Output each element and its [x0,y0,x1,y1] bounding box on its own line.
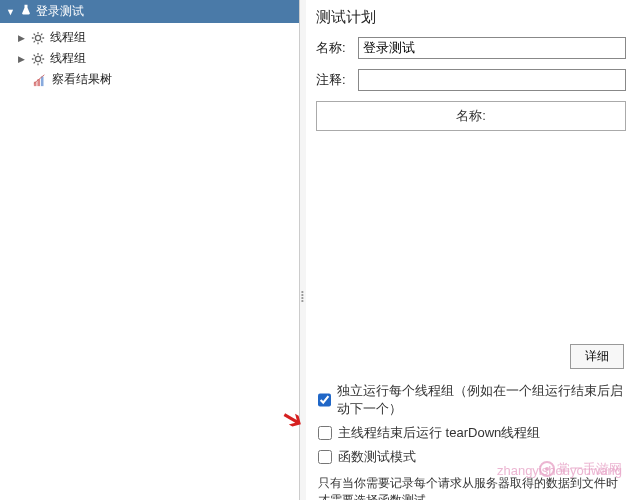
svg-point-1 [35,56,40,61]
tree-title-label: 登录测试 [36,3,84,20]
tree-item-threadgroup-1[interactable]: ▶ 线程组 [0,27,299,48]
results-tree-icon [32,72,48,88]
splitter-grip-icon: •••• [301,290,304,302]
checkbox-row-functional[interactable]: 函数测试模式 [316,445,626,469]
tree-panel: ▼ 登录测试 ▶ 线程组 ▶ 线程组 [0,0,300,500]
detail-button[interactable]: 详细 [570,344,624,369]
gear-icon [30,30,46,46]
help-text: 只有当你需要记录每个请求从服务器取得的数据到文件时才需要选择函数测试 [316,469,626,500]
tree-title-bar[interactable]: ▼ 登录测试 [0,0,299,23]
checkbox-label: 主线程结束后运行 tearDown线程组 [338,424,540,442]
collapse-icon: ▼ [6,7,15,17]
checkbox-row-serial[interactable]: 独立运行每个线程组（例如在一个组运行结束后启动下一个） [316,379,626,421]
name-input[interactable] [358,37,626,59]
expand-icon: ▶ [18,54,28,64]
comment-label: 注释: [316,71,358,89]
checkbox-row-teardown[interactable]: 主线程结束后运行 tearDown线程组 [316,421,626,445]
svg-rect-4 [41,76,44,86]
checkbox-label: 函数测试模式 [338,448,416,466]
tree-item-label: 线程组 [50,29,86,46]
variables-table-header: 名称: [316,101,626,131]
comment-input[interactable] [358,69,626,91]
tree-item-label: 察看结果树 [52,71,112,88]
checkbox-functional-mode[interactable] [318,450,332,464]
checkbox-label: 独立运行每个线程组（例如在一个组运行结束后启动下一个） [337,382,626,418]
expand-icon: ▶ [18,33,28,43]
tree-item-label: 线程组 [50,50,86,67]
checkbox-serial-threadgroups[interactable] [318,393,331,407]
gear-icon [30,51,46,67]
comment-row: 注释: [316,69,626,91]
tree-item-results[interactable]: 察看结果树 [0,69,299,90]
tree-item-threadgroup-2[interactable]: ▶ 线程组 [0,48,299,69]
checkbox-teardown[interactable] [318,426,332,440]
name-row: 名称: [316,37,626,59]
name-label: 名称: [316,39,358,57]
editor-panel: 测试计划 名称: 注释: 名称: 详细 独立运行每个线程组（例如在一个组运行结束… [306,0,626,500]
panel-heading: 测试计划 [316,8,626,27]
testplan-icon [20,4,32,19]
table-column-label: 名称: [456,107,486,125]
svg-point-0 [35,35,40,40]
tree: ▶ 线程组 ▶ 线程组 察看结果树 [0,23,299,94]
